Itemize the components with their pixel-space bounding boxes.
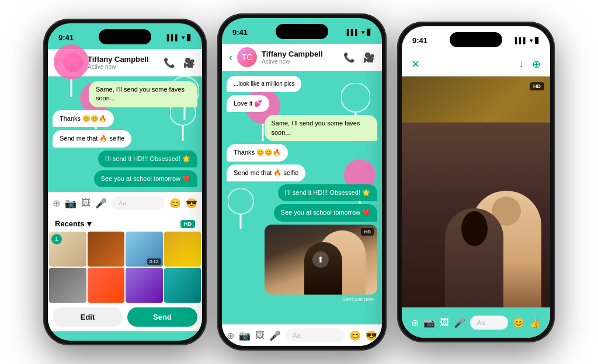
- time-3: 9:41: [412, 36, 427, 45]
- svg-point-14: [228, 188, 253, 214]
- emoji-icon-2[interactable]: 😊: [349, 330, 361, 341]
- lollipop-pink-2: [54, 44, 89, 97]
- chevron-down-icon: ▾: [87, 218, 92, 229]
- person-silhouette-2: [304, 242, 342, 295]
- download-icon[interactable]: ↓: [519, 58, 524, 71]
- phone-icon-1[interactable]: 📞: [164, 57, 175, 68]
- emoji-icon-3[interactable]: 😊: [513, 317, 524, 328]
- send-button[interactable]: Send: [127, 307, 197, 327]
- photo-preview: HD: [402, 76, 550, 307]
- phone-2-screen: 9:41 ▌▌▌ ▾ ▊ ‹ TC Tiffany Campbell Activ…: [222, 18, 382, 346]
- phone-3: 9:41 ▌▌▌ ▾ ▊ ✕ ↓ ⊕: [397, 22, 555, 342]
- photo-input-bar: ⊕ 📷 🖼 🎤 Aa 😊 👍: [406, 312, 545, 333]
- wifi-icon-1: ▾: [182, 34, 185, 41]
- phone-3-screen: 9:41 ▌▌▌ ▾ ▊ ✕ ↓ ⊕: [402, 26, 550, 338]
- camera-icon-2[interactable]: 📷: [239, 330, 251, 341]
- signal-icon-2: ▌▌▌: [347, 29, 359, 36]
- lollipop-teal-4: [228, 188, 254, 229]
- select-badge-1: 1: [51, 234, 62, 244]
- hd-badge-video: HD: [361, 228, 374, 236]
- svg-point-4: [54, 44, 89, 79]
- like-icon-3[interactable]: 👍: [529, 317, 541, 328]
- msg-1-sent-3: See you at school tomorrow ❤️: [94, 170, 197, 187]
- message-input-3[interactable]: Aa: [470, 316, 508, 330]
- sticker-icon-1[interactable]: 😎: [186, 198, 197, 209]
- media-thumb-4[interactable]: [164, 232, 201, 267]
- media-thumb-7[interactable]: [126, 268, 163, 303]
- add-icon-3[interactable]: ⊕: [411, 317, 419, 328]
- gallery-icon-3[interactable]: 🖼: [440, 317, 449, 328]
- chat-bg-2: ...look like a million pics Love it 💕 Sa…: [222, 71, 382, 346]
- mic-icon-3[interactable]: 🎤: [454, 317, 465, 328]
- media-thumb-3[interactable]: 0:12: [126, 232, 163, 267]
- edit-button[interactable]: Edit: [53, 307, 123, 327]
- message-input-2[interactable]: Aa: [286, 328, 345, 342]
- wifi-icon-2: ▾: [361, 29, 364, 36]
- status-icons-1: ▌▌▌ ▾ ▊: [167, 34, 192, 41]
- sent-label: Sent just now: [265, 295, 378, 304]
- video-message: HD ⬆ Sent just now: [265, 225, 378, 304]
- battery-icon-1: ▊: [187, 34, 192, 41]
- media-grid: 1 0:12: [48, 232, 202, 303]
- signal-icon-3: ▌▌▌: [515, 37, 527, 44]
- photo-view: HD: [402, 76, 550, 307]
- msg-2-recv-1: ...look like a million pics: [227, 76, 301, 92]
- media-thumb-8[interactable]: [164, 268, 201, 303]
- video-thumb[interactable]: HD ⬆: [265, 225, 378, 295]
- media-thumb-5[interactable]: [49, 268, 86, 303]
- dynamic-island-1: [99, 29, 151, 44]
- input-placeholder-3: Aa: [477, 319, 485, 326]
- contact-info-1: Tiffany Campbell Active now: [88, 55, 159, 70]
- camera-icon-3[interactable]: 📷: [423, 317, 435, 328]
- mic-icon-2[interactable]: 🎤: [269, 330, 281, 341]
- msg-2-recv-3: Thanks 😊😊🔥: [227, 144, 288, 161]
- sticker-icon-2[interactable]: 😎: [366, 330, 377, 341]
- chat-header-2: ‹ TC Tiffany Campbell Active now 📞 🎥: [222, 44, 382, 71]
- media-actions: Edit Send: [48, 303, 202, 331]
- add-icon-1[interactable]: ⊕: [53, 198, 60, 209]
- media-picker-1: Recents ▾ HD 1 0:12: [48, 214, 202, 331]
- phone-1-screen: 9:41 ▌▌▌ ▾ ▊ ‹ TC Tiffany Campbell Activ…: [48, 23, 202, 341]
- header-icons-1: 📞 🎥: [164, 57, 195, 68]
- wifi-icon-3: ▾: [530, 37, 533, 44]
- msg-2-recv-2: Love it 💕: [227, 95, 269, 112]
- phone-icon-2[interactable]: 📞: [343, 52, 355, 63]
- contact-status-2: Active now: [262, 58, 339, 65]
- status-icons-2: ▌▌▌ ▾ ▊: [347, 29, 371, 36]
- avatar-2: TC: [237, 47, 257, 67]
- dynamic-island-3: [450, 32, 502, 47]
- input-placeholder-1: Aa: [119, 200, 126, 206]
- signal-icon-1: ▌▌▌: [167, 34, 179, 41]
- media-thumb-2[interactable]: [88, 232, 125, 267]
- add-icon-2[interactable]: ⊕: [227, 330, 234, 341]
- media-thumb-6[interactable]: [88, 268, 125, 303]
- battery-icon-2: ▊: [367, 29, 371, 36]
- options-icon[interactable]: ⊕: [532, 58, 541, 71]
- photo-header: ✕ ↓ ⊕: [402, 52, 550, 76]
- share-button[interactable]: ⬆: [312, 251, 329, 268]
- header-icons-2: 📞 🎥: [343, 52, 375, 63]
- video-icon-2[interactable]: 🎥: [363, 52, 375, 63]
- recents-label: Recents: [55, 219, 85, 228]
- gallery-icon-1[interactable]: 🖼: [81, 198, 91, 208]
- msg-2-sent-2: I'll send it HD!!! Obsessed! 🌟: [278, 184, 377, 201]
- status-icons-3: ▌▌▌ ▾ ▊: [515, 37, 540, 44]
- msg-2-sent-3: See you at school tomorrow ❤️: [274, 204, 377, 221]
- msg-2-recv-4: Send me that 🔥 selfie: [227, 164, 305, 181]
- hd-badge-photo: HD: [530, 82, 544, 90]
- mic-icon-1[interactable]: 🎤: [95, 198, 107, 209]
- person-2: [445, 208, 503, 307]
- msg-1-recv-2: Send me that 🔥 selfie: [53, 130, 131, 147]
- close-button[interactable]: ✕: [411, 58, 420, 71]
- back-button-2[interactable]: ‹: [229, 51, 232, 64]
- emoji-icon-1[interactable]: 😊: [169, 198, 181, 209]
- gallery-icon-2[interactable]: 🖼: [255, 330, 265, 341]
- media-thumb-1[interactable]: 1: [49, 232, 86, 267]
- input-bar-2: ⊕ 📷 🖼 🎤 Aa 😊 😎: [222, 324, 382, 346]
- camera-icon-1[interactable]: 📷: [65, 198, 77, 209]
- contact-name-1: Tiffany Campbell: [88, 55, 159, 64]
- msg-2-sent-1: Same, I'll send you some faves soon...: [265, 115, 378, 141]
- message-input-1[interactable]: Aa: [112, 196, 165, 210]
- phone-1: 9:41 ▌▌▌ ▾ ▊ ‹ TC Tiffany Campbell Activ…: [43, 19, 207, 345]
- video-icon-1[interactable]: 🎥: [183, 57, 195, 68]
